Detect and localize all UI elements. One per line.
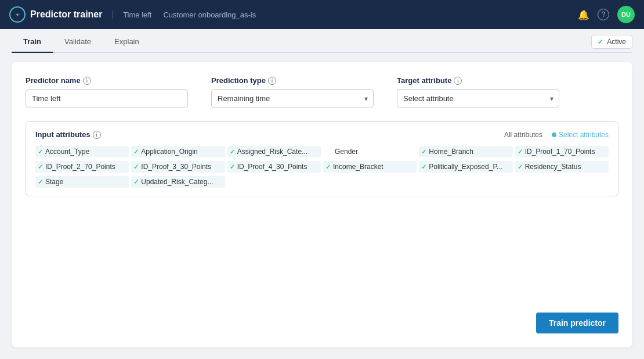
- nav-subtitle: Time left: [123, 10, 151, 19]
- predictor-name-label: Predictor name i: [26, 76, 188, 85]
- notification-button[interactable]: 🔔: [578, 9, 589, 20]
- attr-name: Application_Origin: [141, 148, 197, 156]
- attr-check-icon: ✓: [133, 148, 139, 156]
- nav-divider: |: [111, 10, 114, 19]
- tab-validate[interactable]: Validate: [53, 31, 103, 53]
- attr-item[interactable]: ✓ID_Proof_3_30_Points: [131, 161, 225, 173]
- help-icon: ?: [598, 9, 609, 20]
- attributes-grid: ✓Account_Type✓Application_Origin✓Assigne…: [35, 146, 609, 188]
- attr-controls: All attributes Select attributes: [504, 131, 609, 139]
- fields-row: Predictor name i Prediction type i Remai…: [26, 76, 618, 107]
- attr-check-icon: ✓: [230, 148, 235, 156]
- attr-item[interactable]: ✓ID_Proof_2_70_Points: [35, 161, 129, 173]
- select-attributes-button[interactable]: Select attributes: [552, 131, 609, 139]
- predictor-name-info-icon[interactable]: i: [83, 77, 91, 85]
- attr-name: Assigned_Risk_Cate...: [237, 148, 307, 156]
- active-check-icon: ✔: [598, 38, 603, 46]
- attr-item[interactable]: ✓Income_Bracket: [323, 161, 417, 173]
- attr-name: Updated_Risk_Categ...: [141, 178, 213, 186]
- train-predictor-button[interactable]: Train predictor: [536, 313, 618, 333]
- navbar-icons: 🔔 ? DU: [578, 6, 635, 23]
- predictor-name-input[interactable]: [26, 89, 188, 107]
- prediction-type-group: Prediction type i Remaining time: [211, 76, 374, 107]
- nav-breadcrumb: Customer onboarding_as-is: [163, 10, 256, 19]
- attr-name: Gender: [335, 148, 358, 156]
- attr-name: Residency_Status: [525, 163, 581, 171]
- attr-item[interactable]: ✓Stage: [35, 176, 129, 188]
- content-card: Predictor name i Prediction type i Remai…: [12, 62, 632, 347]
- all-attributes-button[interactable]: All attributes: [504, 131, 542, 139]
- attr-item[interactable]: Gender: [323, 146, 417, 157]
- attr-item[interactable]: ✓Account_Type: [35, 146, 129, 157]
- attr-name: Income_Bracket: [333, 163, 383, 171]
- prediction-type-select-wrapper: Remaining time: [211, 89, 374, 107]
- tab-explain[interactable]: Explain: [103, 31, 151, 53]
- attr-item[interactable]: ✓Assigned_Risk_Cate...: [227, 146, 321, 157]
- avatar[interactable]: DU: [617, 6, 635, 23]
- attr-name: Politically_Exposed_P...: [429, 163, 502, 171]
- main-container: Train Validate Explain ✔ Active Predicto…: [0, 29, 644, 359]
- attr-check-icon: ✓: [38, 163, 43, 171]
- attr-check-icon: ✓: [38, 148, 43, 156]
- attr-check-icon: ✓: [38, 178, 43, 186]
- target-attribute-group: Target attribute i Select attribute: [397, 76, 559, 107]
- target-attribute-info-icon[interactable]: i: [454, 77, 462, 85]
- status-badge-label: Active: [607, 38, 626, 46]
- attr-item[interactable]: ✓Politically_Exposed_P...: [419, 161, 512, 173]
- status-badge: ✔ Active: [591, 35, 632, 49]
- app-logo: Predictor trainer: [9, 6, 102, 23]
- attr-name: ID_Proof_3_30_Points: [141, 163, 211, 171]
- attr-name: ID_Proof_2_70_Points: [45, 163, 115, 171]
- input-attrs-label: Input attributes i: [35, 130, 101, 139]
- attr-check-icon: ✓: [421, 163, 426, 171]
- navbar: Predictor trainer | Time left Customer o…: [0, 0, 644, 29]
- attr-check-icon: ✓: [325, 163, 331, 171]
- attr-check-icon: ✓: [133, 163, 139, 171]
- attr-item[interactable]: ✓ID_Proof_4_30_Points: [227, 161, 321, 173]
- help-button[interactable]: ?: [598, 9, 609, 20]
- tab-train[interactable]: Train: [12, 31, 53, 53]
- attr-check-icon: ✓: [133, 178, 139, 186]
- prediction-type-select[interactable]: Remaining time: [211, 89, 374, 107]
- attr-name: ID_Proof_1_70_Points: [525, 148, 595, 156]
- attr-name: Stage: [45, 178, 63, 186]
- input-attrs-header: Input attributes i All attributes Select…: [35, 130, 609, 139]
- prediction-type-info-icon[interactable]: i: [268, 77, 276, 85]
- input-attrs-info-icon[interactable]: i: [93, 131, 101, 139]
- prediction-type-label: Prediction type i: [211, 76, 374, 85]
- attr-check-icon: ✓: [230, 163, 235, 171]
- attr-name: Home_Branch: [429, 148, 473, 156]
- attr-item[interactable]: ✓Updated_Risk_Categ...: [131, 176, 225, 188]
- attr-check-icon: ✓: [421, 148, 426, 156]
- app-title: Predictor trainer: [30, 9, 102, 20]
- attr-item[interactable]: ✓ID_Proof_1_70_Points: [515, 146, 609, 157]
- bell-icon: 🔔: [578, 9, 589, 20]
- attr-item[interactable]: ✓Home_Branch: [419, 146, 512, 157]
- attr-item[interactable]: ✓Residency_Status: [515, 161, 609, 173]
- predictor-name-group: Predictor name i: [26, 76, 188, 107]
- target-attribute-label: Target attribute i: [397, 76, 559, 85]
- select-attrs-dot: [552, 132, 556, 137]
- target-attribute-select-wrapper: Select attribute: [397, 89, 559, 107]
- attr-item[interactable]: ✓Application_Origin: [131, 146, 225, 157]
- input-attributes-section: Input attributes i All attributes Select…: [26, 121, 618, 196]
- target-attribute-select[interactable]: Select attribute: [397, 89, 559, 107]
- tabs-row: Train Validate Explain ✔ Active: [12, 29, 632, 53]
- attr-check-icon: ✓: [518, 148, 523, 156]
- logo-icon: [9, 6, 26, 23]
- attr-name: ID_Proof_4_30_Points: [237, 163, 307, 171]
- attr-name: Account_Type: [45, 148, 89, 156]
- attr-check-icon: ✓: [518, 163, 523, 171]
